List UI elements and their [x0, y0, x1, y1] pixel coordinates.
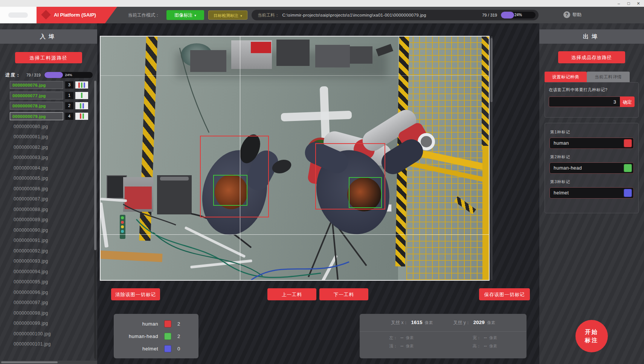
file-name: 0000000095.jpg — [10, 279, 48, 284]
start-annotation-button[interactable]: 开始 标注 — [575, 320, 608, 352]
canvas-scrollbar[interactable] — [490, 37, 493, 280]
file-item[interactable]: 0000000085.jpg — [10, 174, 88, 183]
file-item[interactable]: 0000000082.jpg — [10, 143, 88, 151]
file-item[interactable]: 0000000098.jpg — [10, 309, 88, 317]
clear-annotations-button[interactable]: 清除该图一切标记 — [111, 288, 160, 300]
file-name: 00000000101.jpg — [10, 341, 51, 347]
file-name: 0000000091.jpg — [10, 238, 48, 243]
file-name: 0000000080.jpg — [10, 124, 48, 129]
file-item[interactable]: 00000000101.jpg — [10, 340, 88, 349]
mark-3-input[interactable]: helmet — [549, 187, 634, 199]
legend-row: helmet0 — [114, 343, 198, 355]
annotation-count-badge: 4 — [65, 113, 73, 120]
next-file-button[interactable]: 下一工料 — [319, 288, 368, 300]
annotation-box-human-head[interactable] — [349, 177, 382, 208]
file-list-scrollbar[interactable] — [94, 81, 96, 359]
file-item[interactable]: 0000000095.jpg — [10, 278, 88, 286]
mark-2-color-swatch[interactable] — [624, 164, 632, 172]
mark-3-color-swatch[interactable] — [624, 189, 632, 197]
legend-color-swatch — [164, 333, 171, 340]
choose-source-path-button[interactable]: 选择工料源路径 — [15, 52, 82, 63]
file-item[interactable]: 0000000084.jpg — [10, 164, 88, 172]
file-name: 0000000077.jpg — [10, 92, 63, 99]
file-item[interactable]: 0000000088.jpg — [10, 205, 88, 214]
previous-file-button[interactable]: 上一工料 — [267, 288, 316, 300]
file-list: 0000000076.jpg30000000077.jpg10000000078… — [10, 81, 88, 359]
file-item[interactable]: 0000000081.jpg — [10, 133, 88, 141]
file-name: 0000000087.jpg — [10, 196, 48, 202]
detection-annotation-mode-button[interactable]: 目标检测标注▾ — [208, 11, 247, 20]
file-name: 0000000093.jpg — [10, 258, 48, 264]
image-annotation-mode-button[interactable]: 图像标注▾ — [166, 10, 204, 20]
class-bar — [84, 83, 85, 88]
maximize-icon[interactable]: ▢ — [624, 0, 633, 6]
class-bar — [80, 113, 81, 119]
tab-current-file-details[interactable]: 当前工料详情 — [587, 72, 630, 82]
mark-1-value: human — [554, 141, 624, 146]
mark-2-value: human-head — [554, 165, 624, 171]
confirm-button[interactable]: 确定 — [620, 96, 635, 107]
mark-count-question: 在该套工料中将要打几种标记? — [549, 87, 635, 93]
minimize-icon[interactable]: – — [615, 0, 623, 6]
class-bar — [82, 103, 84, 109]
file-item[interactable]: 0000000096.jpg — [10, 288, 88, 297]
scrollbar-thumb[interactable] — [490, 38, 493, 102]
crosshair-x-readout: 叉丝 x： 1615 像素 — [391, 320, 433, 326]
file-item[interactable]: 0000000093.jpg — [10, 257, 88, 266]
progress-percent: 24% — [501, 12, 536, 18]
file-item[interactable]: 0000000077.jpg1 — [10, 91, 88, 100]
mark-count-input[interactable] — [549, 96, 620, 107]
window-titlebar: – ▢ ✕ — [0, 0, 644, 7]
file-item[interactable]: 0000000094.jpg — [10, 267, 88, 276]
file-item[interactable]: 0000000097.jpg — [10, 298, 88, 307]
choose-output-path-button[interactable]: 选择成品存放路径 — [558, 51, 625, 63]
close-icon[interactable]: ✕ — [634, 0, 642, 6]
legend-row: human2 — [114, 318, 198, 330]
file-name: 0000000082.jpg — [10, 145, 48, 150]
file-item[interactable]: 0000000083.jpg — [10, 153, 88, 162]
import-panel-title: 入埠 — [0, 29, 97, 44]
file-item[interactable]: 00000000100.jpg — [10, 329, 88, 338]
file-item[interactable]: 0000000086.jpg — [10, 184, 88, 193]
mark-1-label: 第1种标记 — [550, 130, 634, 135]
file-item[interactable]: 0000000078.jpg2 — [10, 101, 88, 110]
cables-and-tripod — [101, 37, 489, 280]
class-bar — [81, 93, 82, 98]
file-name: 0000000085.jpg — [10, 176, 48, 181]
file-name: 0000000079.jpg — [10, 112, 63, 120]
file-item[interactable]: 0000000091.jpg — [10, 236, 88, 245]
coordinate-readout: 叉丝 x： 1615 像素 叉丝 y： 2029 像素 左： -- 像素 宽： … — [360, 314, 526, 358]
crosshair-horizontal-line — [101, 234, 489, 235]
class-color-bars — [75, 102, 88, 109]
mark-2-input[interactable]: human-head — [549, 162, 634, 174]
annotation-count-badge: 1 — [65, 92, 73, 99]
legend-class-label: human — [114, 321, 158, 327]
mark-1-color-swatch[interactable] — [624, 139, 632, 147]
file-item[interactable]: 0000000080.jpg — [10, 122, 88, 131]
import-progress-row: 进度： 79 / 319 24% — [5, 72, 93, 78]
file-item[interactable]: 0000000087.jpg — [10, 195, 88, 203]
file-item[interactable]: 0000000090.jpg — [10, 226, 88, 234]
file-list-hscrollbar[interactable] — [0, 361, 97, 364]
file-item[interactable]: 0000000099.jpg — [10, 319, 88, 328]
annotation-box-human-head[interactable] — [213, 175, 247, 206]
file-item[interactable]: 0000000089.jpg — [10, 216, 88, 224]
annotation-count-badge: 2 — [65, 102, 73, 109]
tab-set-mark-types[interactable]: 设置标记种类 — [545, 72, 587, 82]
current-file-path: C:\simmir-projects\saip\projects\s1\inco… — [282, 13, 426, 17]
file-item[interactable]: 0000000092.jpg — [10, 246, 88, 255]
file-item[interactable]: 0000000076.jpg3 — [10, 81, 88, 89]
scrollbar-thumb[interactable] — [1, 361, 58, 363]
scrollbar-thumb[interactable] — [94, 81, 96, 250]
mark-1-input[interactable]: human — [549, 138, 634, 149]
import-panel: 入埠 选择工料源路径 进度： 79 / 319 24% 0000000076.j… — [0, 23, 97, 364]
save-annotations-button[interactable]: 保存该图一切标记 — [479, 288, 530, 300]
annotated-image-canvas[interactable] — [100, 36, 490, 281]
file-name: 0000000090.jpg — [10, 228, 48, 233]
legend-color-swatch — [164, 345, 171, 352]
help-button[interactable]: ? 帮助 — [563, 11, 581, 18]
file-name: 0000000081.jpg — [10, 134, 48, 139]
file-item[interactable]: 0000000079.jpg4 — [10, 112, 88, 121]
class-bar — [78, 83, 80, 88]
file-name: 0000000096.jpg — [10, 290, 48, 295]
